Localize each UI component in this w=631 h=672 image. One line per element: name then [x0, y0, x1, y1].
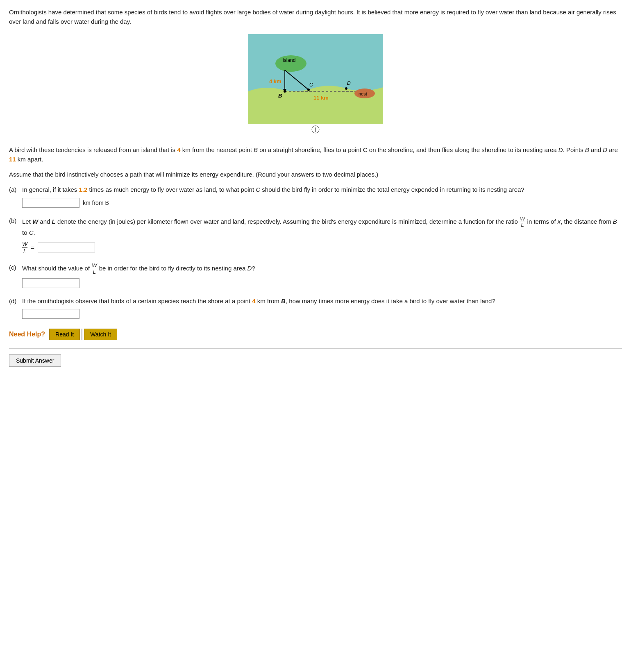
watch-it-button[interactable]: Watch It: [84, 329, 117, 340]
c-ratio-num: W: [91, 263, 97, 269]
part-a-input[interactable]: [22, 198, 79, 208]
part-b: (b) Let W and L denote the energy (in jo…: [9, 216, 622, 255]
svg-text:4 km: 4 km: [269, 78, 281, 84]
button-separator: [82, 329, 82, 340]
part-b-label: (b) Let W and L denote the energy (in jo…: [9, 216, 622, 238]
part-c-input[interactable]: [22, 278, 79, 288]
d-distance-highlight: 4: [252, 297, 255, 304]
part-a-input-label: km from B: [83, 200, 109, 206]
shore-distance-highlight: 11: [9, 156, 16, 163]
submit-button[interactable]: Submit Answer: [9, 354, 61, 367]
need-help-label: Need Help?: [9, 331, 45, 338]
part-d-input-row: [22, 309, 622, 319]
part-b-input[interactable]: [38, 243, 95, 252]
energy-ratio-highlight: 1.2: [79, 186, 87, 193]
read-it-button[interactable]: Read It: [49, 329, 80, 340]
part-a-input-row: km from B: [22, 198, 622, 208]
svg-point-13: [345, 87, 347, 90]
c-ratio-den: L: [93, 269, 96, 275]
part-c-content: What should the value of W L be in order…: [22, 263, 622, 275]
equals-sign: =: [31, 244, 34, 251]
distance-highlight: 4: [177, 146, 180, 153]
intro-paragraph: Ornithologists have determined that some…: [9, 7, 622, 27]
diagram-image: island 4 km B C D nest 11 km: [248, 34, 383, 124]
submit-row: Submit Answer: [9, 348, 622, 367]
point-b-ref2: B: [585, 146, 589, 153]
problem-description: A bird with these tendencies is released…: [9, 145, 622, 164]
diagram-container: island 4 km B C D nest 11 km: [9, 34, 622, 141]
point-b-ref: B: [254, 146, 258, 153]
part-d-input[interactable]: [22, 309, 79, 319]
assume-text: Assume that the bird instinctively choos…: [9, 170, 622, 179]
svg-point-9: [284, 90, 286, 93]
part-d: (d) If the ornithologists observe that b…: [9, 296, 622, 319]
part-a-letter: (a): [9, 185, 22, 194]
part-b-content: Let W and L denote the energy (in joules…: [22, 216, 622, 238]
ratio-wl-c: W L: [91, 263, 97, 275]
part-d-label: (d) If the ornithologists observe that b…: [9, 296, 622, 306]
svg-text:D: D: [347, 80, 351, 86]
part-c-label: (c) What should the value of W L be in o…: [9, 263, 622, 275]
part-d-letter: (d): [9, 296, 22, 306]
part-d-content: If the ornithologists observe that birds…: [22, 296, 622, 306]
svg-text:C: C: [309, 82, 313, 88]
part-a-content: In general, if it takes 1.2 times as muc…: [22, 185, 622, 194]
fraction-numerator-w: W: [22, 241, 27, 248]
fraction-denominator-l: L: [23, 248, 27, 254]
svg-text:island: island: [283, 57, 295, 63]
need-help-row: Need Help? Read It Watch It: [9, 329, 622, 340]
part-b-fraction-lhs: W L: [22, 241, 27, 254]
point-d-ref2: D: [603, 146, 607, 153]
part-c-letter: (c): [9, 263, 22, 272]
ratio-numerator: W: [520, 216, 525, 222]
ratio-wl-inline: W L: [520, 216, 525, 228]
part-b-input-row: W L =: [22, 241, 622, 254]
part-b-letter: (b): [9, 216, 22, 225]
point-c-ref: C: [256, 186, 260, 193]
info-icon[interactable]: ⓘ: [311, 124, 320, 135]
ratio-denominator: L: [521, 222, 524, 228]
part-a: (a) In general, if it takes 1.2 times as…: [9, 185, 622, 207]
point-d-ref: D: [558, 146, 563, 153]
svg-point-11: [307, 89, 310, 91]
part-c: (c) What should the value of W L be in o…: [9, 263, 622, 288]
part-a-label: (a) In general, if it takes 1.2 times as…: [9, 185, 622, 194]
svg-text:B: B: [278, 93, 282, 99]
svg-text:11 km: 11 km: [313, 95, 329, 101]
svg-text:nest: nest: [359, 91, 367, 96]
part-c-input-row: [22, 278, 622, 288]
